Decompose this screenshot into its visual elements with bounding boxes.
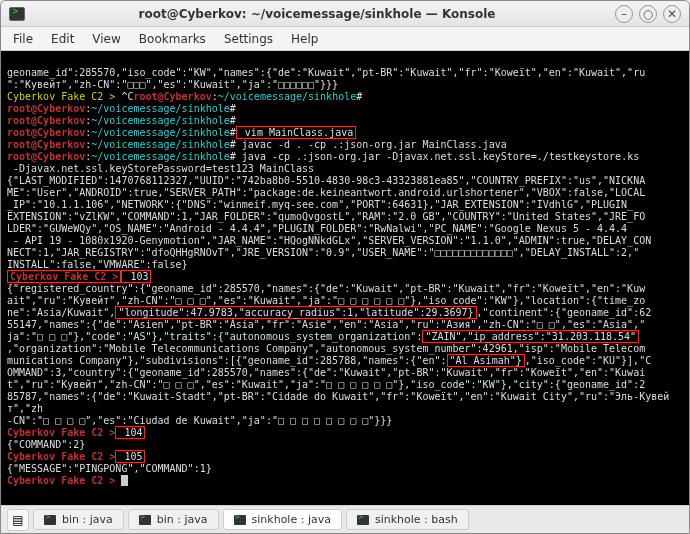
prompt-fake-c2: Cyberkov Fake C2 > [7, 451, 115, 462]
ctrl-c: ^C [121, 91, 133, 102]
titlebar: root@Cyberkov: ~/voicemessage/sinkhole —… [1, 1, 689, 27]
output-line: INSTALL":false,"VMWARE":false} [7, 259, 188, 270]
prompt-user: root@Cyberkov [7, 103, 85, 114]
prompt-path: ~/voicemessage/sinkhole [91, 103, 229, 114]
menubar: File Edit View Bookmarks Settings Help [1, 27, 689, 51]
output-line: geoname_id":285570,"iso_code":"KW","name… [7, 67, 645, 78]
maximize-button[interactable]: ○ [639, 5, 657, 23]
prompt-user: root@Cyberkov [7, 139, 85, 150]
output-line: {"COMMAND":2} [7, 439, 85, 450]
menu-edit[interactable]: Edit [51, 32, 74, 46]
output-line: ":"Кувейт","zh-CN":"□□□","es":"Kuwait","… [7, 79, 338, 90]
close-button[interactable]: ✕ [663, 5, 681, 23]
new-tab-icon: ▤ [12, 513, 23, 527]
window-title: root@Cyberkov: ~/voicemessage/sinkhole —… [25, 7, 609, 21]
prompt-user: root@Cyberkov [7, 115, 85, 126]
tab-sinkhole-bash[interactable]: sinkhole : bash [346, 509, 469, 530]
new-tab-button[interactable]: ▤ [7, 509, 29, 531]
menu-bookmarks[interactable]: Bookmarks [139, 32, 206, 46]
prompt-path: ~/voicemessage/sinkhole [218, 91, 356, 102]
menu-help[interactable]: Help [291, 32, 318, 46]
prompt-path: ~/voicemessage/sinkhole [91, 115, 229, 126]
ip-address: "ZAIN","ip_address":"31.203.118.54" [422, 330, 639, 343]
output-line: ,"organization":"Mobile Telecommunicatio… [7, 343, 645, 354]
counter-104: 104 [115, 426, 145, 439]
prompt-user: root@Cyberkov [7, 151, 85, 162]
konsole-window: root@Cyberkov: ~/voicemessage/sinkhole —… [0, 0, 690, 534]
output-line: munications Company"},"subdivisions":[{"… [7, 355, 447, 366]
terminal-icon [139, 515, 151, 525]
output-line: ne":"Asia/Kuwait", [7, 307, 115, 318]
output-line: {"LAST_MODIFIED":1470768112327,"UUID":"7… [7, 175, 645, 186]
output-line: - API 19 - 1080x1920-Genymotion","JAR_NA… [7, 235, 651, 246]
prompt-path: ~/voicemessage/sinkhole [91, 127, 229, 138]
cmd-javac: # javac -d . -cp .:json-org.jar MainClas… [230, 139, 507, 150]
app-icon [9, 7, 25, 21]
cmd-java-cont: -Djavax.net.ssl.keyStorePassword=test123… [7, 163, 314, 174]
cmd-java: # java -cp .:json-org.jar -Djavax.net.ss… [230, 151, 639, 162]
prompt-fake-c2: Cyberkov Fake C2 > [7, 91, 121, 102]
tab-bin-java-1[interactable]: bin : java [33, 509, 124, 530]
cmd-vim: vim MainClass.java [236, 126, 356, 139]
minimize-button[interactable]: – [615, 5, 633, 23]
counter-103: 103 [121, 270, 151, 283]
prompt-path: ~/voicemessage/sinkhole [91, 151, 229, 162]
output-line: ait","ru":"Кувейт","zh-CN":"□ □ □","es":… [7, 295, 645, 306]
output-line: ja":"□ □ □"},"code":"AS"},"traits":{"aut… [7, 331, 422, 342]
prompt-fake-c2: Cyberkov Fake C2 > [7, 475, 115, 486]
tabbar: ▤ bin : java bin : java sinkhole : java … [1, 505, 689, 533]
terminal-icon [44, 515, 56, 525]
output-line: {"registered_country":{"geoname_id":2855… [7, 283, 645, 294]
prompt-user: root@Cyberkov [7, 127, 85, 138]
menu-settings[interactable]: Settings [224, 32, 273, 46]
location-coords: "longitude":47.9783,"accuracy_radius":1,… [115, 306, 476, 319]
tab-bin-java-2[interactable]: bin : java [128, 509, 219, 530]
cursor [121, 475, 128, 486]
terminal-icon [234, 515, 246, 525]
prompt-user: root@Cyberkov [133, 91, 211, 102]
tab-label: sinkhole : java [252, 513, 331, 526]
terminal-output[interactable]: geoname_id":285570,"iso_code":"KW","name… [1, 51, 689, 505]
output-line: OMMAND":3,"country":{"geoname_id":285570… [7, 367, 645, 378]
output-line: 55147,"names":{"de":"Asien","pt-BR":"Ási… [7, 319, 645, 330]
prompt-path: ~/voicemessage/sinkhole [91, 139, 229, 150]
output-line: LDER":"GUWeWQy","OS_NAME":"Android - 4.4… [7, 223, 627, 234]
tab-label: bin : java [157, 513, 208, 526]
menu-view[interactable]: View [92, 32, 120, 46]
tab-label: sinkhole : bash [375, 513, 458, 526]
output-line: t","ru":"Кувейт","zh-CN":"□ □ □","es":"K… [7, 379, 645, 390]
counter-105: 105 [115, 450, 145, 463]
prompt-fake-c2: Cyberkov Fake C2 > [7, 270, 121, 283]
output-line: -CN":"□ □ □ □","es":"Ciudad de Kuwait","… [7, 415, 392, 426]
terminal-icon [357, 515, 369, 525]
al-asimah: "Al Asimah"} [447, 354, 525, 367]
tab-label: bin : java [62, 513, 113, 526]
tab-sinkhole-java[interactable]: sinkhole : java [223, 509, 342, 530]
output-line: 85787,"names":{"de":"Kuwait-Stadt","pt-B… [7, 391, 669, 414]
output-line: EXTENSION":"vZlKW","COMMAND":1,"JAR_FOLD… [7, 211, 645, 222]
output-line: NECT":1,"JAR_REGISTRY":"dfoQHHgRNOvT","J… [7, 247, 639, 258]
output-line: ME":"User","ANDROID":true,"SERVER_PATH":… [7, 187, 645, 198]
menu-file[interactable]: File [13, 32, 33, 46]
output-line: _IP":"10.1.1.106","NETWORK":{"DNS":"winm… [7, 199, 633, 210]
prompt-fake-c2: Cyberkov Fake C2 > [7, 427, 115, 438]
output-line: {"MESSAGE":"PINGPONG","COMMAND":1} [7, 463, 212, 474]
